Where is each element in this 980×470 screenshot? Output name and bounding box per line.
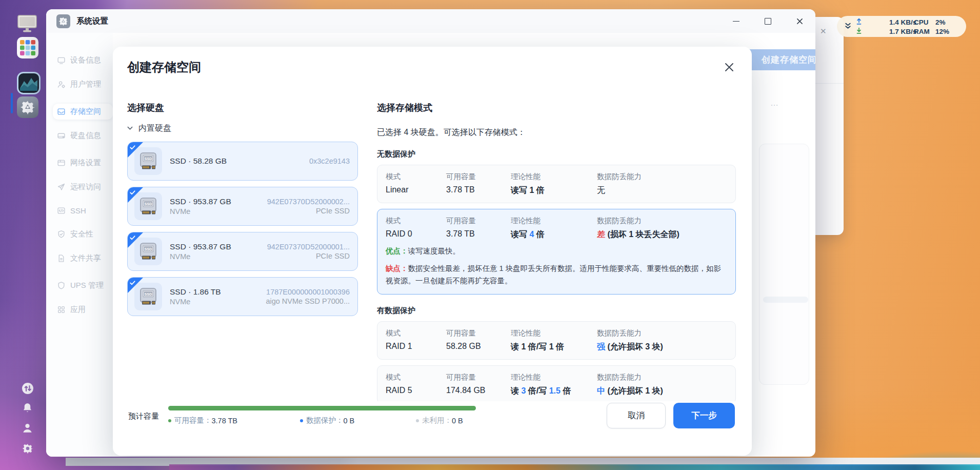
mode-performance: 读 1 倍/写 1 倍 — [511, 342, 597, 352]
disk-card[interactable]: SSDSSD · 58.28 GB0x3c2e9143 — [127, 142, 358, 181]
sidebar-item-应用[interactable]: 应用 — [53, 302, 113, 318]
ram-label: RAM — [914, 28, 932, 35]
close-button[interactable] — [784, 9, 815, 33]
sidebar-item-SSH[interactable]: SSH — [53, 203, 113, 218]
mode-column-header: 模式 — [386, 328, 446, 338]
mode-protection: 差 (损坏 1 块丢失全部) — [597, 229, 727, 240]
create-storage-modal: 创建存储空间 选择硬盘 内置硬盘 SSDSSD · 58.28 GB0x3c2e… — [113, 47, 752, 456]
mode-name: Linear — [386, 185, 446, 196]
titlebar[interactable]: 系统设置 — [46, 9, 815, 33]
apps-icon — [57, 305, 66, 314]
disk-serial: 1787E000000001000396 — [266, 288, 350, 296]
desktop-monitor-icon[interactable] — [17, 14, 37, 36]
sidebar-item-网络设置[interactable]: 网络设置 — [53, 155, 113, 171]
disk-name: SSD · 953.87 GB — [170, 197, 231, 206]
settings-app-icon — [56, 14, 70, 28]
mode-selection-column: 选择存储模式 已选择 4 块硬盘。可选择以下存储模式： 无数据保护模式可用容量理… — [377, 102, 736, 401]
sidebar-item-文件共享[interactable]: 文件共享 — [53, 250, 113, 266]
mode-column-header: 理论性能 — [511, 328, 597, 338]
disk-name: SSD · 58.28 GB — [170, 156, 227, 166]
sidebar-item-label: 硬盘信息 — [70, 131, 101, 141]
mode-card-raid1[interactable]: 模式可用容量理论性能数据防丢能力RAID 158.28 GB读 1 倍/写 1 … — [377, 321, 736, 360]
disk-selection-column: 选择硬盘 内置硬盘 SSDSSD · 58.28 GB0x3c2e9143SSD… — [127, 102, 358, 316]
disk-group-toggle[interactable]: 内置硬盘 — [127, 122, 358, 134]
close-icon[interactable]: ✕ — [820, 27, 827, 35]
mode-column-header: 可用容量 — [446, 216, 511, 226]
mode-cons: 缺点：数据安全性最差，损坏任意 1 块盘即丢失所有数据。适用于性能要求高、重要性… — [386, 262, 727, 287]
modes-subtitle: 已选择 4 块硬盘。可选择以下存储模式： — [377, 127, 736, 138]
mode-performance: 读写 4 倍 — [511, 229, 597, 240]
legend-dot — [416, 419, 419, 422]
disk-card[interactable]: SSDSSD · 953.87 GBNVMe942E07370D52000002… — [127, 187, 358, 226]
disk-card[interactable]: SSDSSD · 1.86 TBNVMe1787E000000001000396… — [127, 277, 358, 316]
sidebar-item-label: 网络设置 — [70, 158, 101, 168]
mode-pros: 优点：读写速度最快。 — [386, 245, 727, 258]
mode-column-header: 可用容量 — [446, 328, 511, 338]
mode-performance: 读 3 倍/写 1.5 倍 — [511, 386, 597, 397]
sidebar-item-安全性[interactable]: 安全性 — [53, 226, 113, 242]
sidebar-item-硬盘信息[interactable]: 硬盘信息 — [53, 128, 113, 144]
sidebar-item-设备信息[interactable]: 设备信息 — [53, 52, 113, 68]
system-monitor-app-icon[interactable] — [17, 72, 41, 96]
svg-text:SSD: SSD — [145, 292, 152, 296]
sidebar-item-远程访问[interactable]: 远程访问 — [53, 179, 113, 195]
cons-text: 数据安全性最差，损坏任意 1 块盘即丢失所有数据。适用于性能要求高、重要性低的数… — [386, 264, 721, 285]
cons-label: 缺点： — [386, 264, 408, 272]
more-options-ellipsis[interactable]: … — [770, 99, 779, 108]
system-stats-widget[interactable]: 1.4 KB/s CPU 2% 1.7 KB/s RAM 12% — [837, 16, 966, 37]
ssd-drive-icon: SSD — [134, 283, 162, 310]
disk-card[interactable]: SSDSSD · 953.87 GBNVMe942E07370D52000001… — [127, 232, 358, 271]
mode-card-raid0[interactable]: 模式可用容量理论性能数据防丢能力RAID 03.78 TB读写 4 倍差 (损坏… — [377, 209, 736, 295]
legend-label: 可用容量： — [174, 416, 212, 425]
estimated-capacity-label: 预计容量 — [128, 412, 159, 421]
chevron-double-down-icon[interactable] — [844, 22, 852, 32]
legend-dot — [300, 419, 303, 422]
settings-app-icon[interactable] — [17, 96, 38, 120]
svg-text:SSD: SSD — [145, 157, 152, 161]
disk-list: SSDSSD · 58.28 GB0x3c2e9143SSDSSD · 953.… — [127, 142, 358, 316]
cancel-button[interactable]: 取消 — [607, 403, 666, 428]
disk-serial: 942E07370D52000001... — [267, 243, 350, 251]
ssh-icon — [57, 206, 66, 215]
sidebar-item-label: 设备信息 — [70, 55, 101, 65]
mode-protection: 中 (允许损坏 1 块) — [597, 386, 727, 397]
close-icon[interactable] — [724, 62, 735, 73]
mode-card-linear[interactable]: 模式可用容量理论性能数据防丢能力Linear3.78 TB读写 1 倍无 — [377, 165, 736, 203]
mode-capacity: 174.84 GB — [446, 386, 511, 397]
capacity-legend-item: 可用容量：3.78 TB — [168, 416, 300, 425]
background-content-line — [763, 297, 808, 303]
sidebar-item-label: SSH — [70, 206, 86, 215]
mode-capacity: 58.28 GB — [446, 342, 511, 352]
modal-footer: 预计容量 可用容量：3.78 TB数据保护：0 B未利用：0 B 取消 下一步 — [113, 401, 752, 456]
transfer-arrows-icon[interactable] — [21, 382, 34, 397]
mode-card-raid5[interactable]: 模式可用容量理论性能数据防丢能力RAID 5174.84 GB读 3 倍/写 1… — [377, 365, 736, 401]
sidebar-item-label: 应用 — [70, 305, 86, 315]
disk-serial: 0x3c2e9143 — [309, 157, 350, 165]
maximize-button[interactable] — [752, 9, 784, 33]
sidebar-item-存储空间[interactable]: 存储空间 — [53, 104, 113, 120]
device-icon — [57, 56, 66, 65]
ssd-drive-icon: SSD — [134, 192, 162, 220]
ssd-drive-icon: SSD — [134, 147, 162, 175]
disk-model: aigo NVMe SSD P7000... — [266, 297, 350, 305]
gear-icon[interactable] — [21, 442, 34, 457]
disk-bus: NVMe — [170, 298, 221, 306]
bell-icon[interactable] — [21, 402, 34, 417]
mode-column-header: 模式 — [386, 172, 446, 182]
mode-sections: 无数据保护模式可用容量理论性能数据防丢能力Linear3.78 TB读写 1 倍… — [377, 149, 736, 401]
sidebar-item-UPS 管理[interactable]: UPS 管理 — [53, 278, 113, 293]
mode-capacity: 3.78 TB — [446, 229, 511, 240]
user-icon[interactable] — [21, 422, 34, 437]
sidebar-item-label: 用户管理 — [70, 80, 101, 89]
mode-performance: 读写 1 倍 — [511, 185, 597, 196]
next-button[interactable]: 下一步 — [673, 403, 735, 428]
capacity-legend-item: 数据保护：0 B — [300, 416, 416, 425]
capacity-bar — [168, 406, 476, 410]
minimize-button[interactable] — [720, 9, 752, 33]
disk-serial: 942E07370D52000002... — [267, 198, 350, 206]
upload-icon — [855, 17, 886, 27]
remote-icon — [57, 183, 66, 191]
sidebar-item-用户管理[interactable]: 用户管理 — [53, 76, 113, 92]
app-grid-icon[interactable] — [17, 37, 38, 61]
sidebar-item-label: 远程访问 — [70, 182, 101, 192]
